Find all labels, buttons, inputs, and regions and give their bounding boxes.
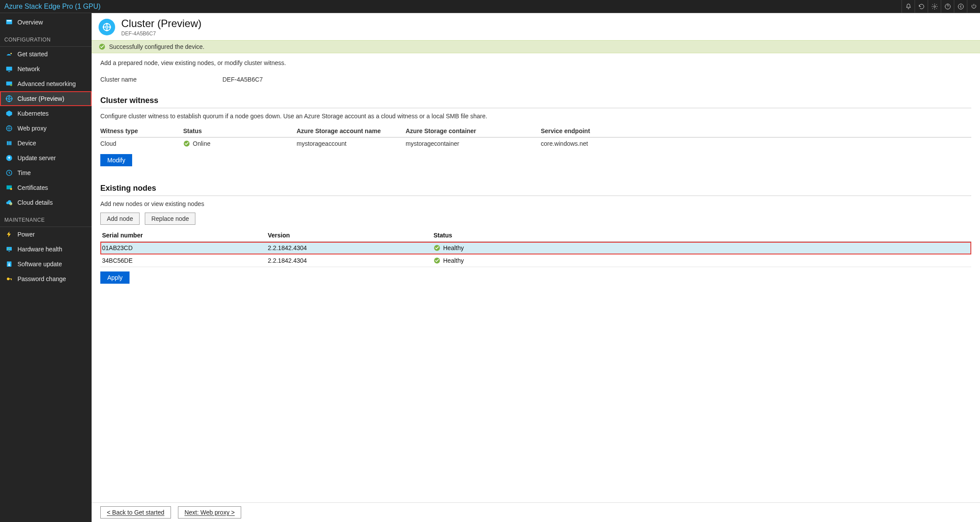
sidebar-item-label: Password change xyxy=(17,275,66,282)
witness-table: Witness type Status Azure Storage accoun… xyxy=(100,125,971,150)
sidebar-item-get-started[interactable]: Get started xyxy=(0,47,92,62)
sidebar-item-network[interactable]: Network xyxy=(0,62,92,76)
password-change-icon xyxy=(5,275,13,283)
cluster-name-row: Cluster name DEF-4A5B6C7 xyxy=(100,76,971,83)
witness-endpoint-value: core.windows.net xyxy=(541,140,971,147)
svg-rect-21 xyxy=(10,141,11,145)
node-serial: 01AB23CD xyxy=(102,244,268,251)
update-server-icon xyxy=(5,154,13,162)
advanced-networking-icon xyxy=(5,80,13,88)
witness-container-value: mystoragecontainer xyxy=(406,140,541,147)
page-title: Cluster (Preview) xyxy=(121,17,201,30)
page-subtitle: DEF-4A5B6C7 xyxy=(121,31,201,37)
svg-marker-17 xyxy=(6,110,12,117)
add-node-button[interactable]: Add node xyxy=(100,213,140,225)
svg-point-30 xyxy=(7,278,10,280)
sidebar-item-overview[interactable]: Overview xyxy=(0,15,92,30)
svg-rect-19 xyxy=(7,141,8,145)
network-icon xyxy=(5,65,13,73)
gear-icon[interactable] xyxy=(928,0,941,13)
witness-col-status: Status xyxy=(183,127,297,134)
sidebar-item-web-proxy[interactable]: Web proxy xyxy=(0,121,92,136)
main: Cluster (Preview) DEF-4A5B6C7 Successful… xyxy=(92,13,980,522)
power-icon xyxy=(5,230,13,238)
nodes-desc: Add new nodes or view existing nodes xyxy=(100,200,971,207)
time-icon xyxy=(5,169,13,177)
copyright-icon[interactable] xyxy=(954,0,967,13)
sidebar-item-device[interactable]: Device xyxy=(0,136,92,151)
sidebar-item-cluster[interactable]: Cluster (Preview) xyxy=(0,91,92,106)
software-update-icon xyxy=(5,260,13,268)
device-icon xyxy=(5,139,13,147)
apply-button[interactable]: Apply xyxy=(100,271,130,284)
witness-section-title: Cluster witness xyxy=(100,96,971,105)
success-banner: Successfully configured the device. xyxy=(92,40,980,53)
hardware-health-icon xyxy=(5,245,13,253)
table-row[interactable]: 34BC56DE2.2.1842.4304Healthy xyxy=(100,254,971,267)
sidebar-item-cloud-details[interactable]: Cloud details xyxy=(0,195,92,210)
refresh-icon[interactable] xyxy=(915,0,928,13)
sidebar-item-label: Get started xyxy=(17,51,48,58)
sidebar-item-label: Web proxy xyxy=(17,125,47,132)
sidebar-item-label: Network xyxy=(17,65,40,72)
bell-icon[interactable] xyxy=(901,0,915,13)
replace-node-button[interactable]: Replace node xyxy=(145,213,195,225)
table-row[interactable]: 01AB23CD2.2.1842.4304Healthy xyxy=(100,242,971,254)
modify-button[interactable]: Modify xyxy=(100,154,132,166)
divider xyxy=(100,196,971,196)
sidebar: Overview CONFIGURATION Get startedNetwor… xyxy=(0,13,92,522)
svg-rect-13 xyxy=(6,67,12,71)
sidebar-item-time[interactable]: Time xyxy=(0,165,92,180)
check-icon xyxy=(99,43,106,50)
svg-rect-20 xyxy=(9,141,10,145)
sidebar-item-label: Software update xyxy=(17,261,62,268)
overview-icon xyxy=(5,18,13,26)
sidebar-item-kubernetes[interactable]: Kubernetes xyxy=(0,106,92,121)
nodes-col-status: Status xyxy=(434,232,970,239)
help-icon[interactable] xyxy=(941,0,954,13)
next-link[interactable]: Next: Web proxy > xyxy=(178,506,241,519)
page-intro: Add a prepared node, view existing nodes… xyxy=(100,59,971,66)
sidebar-item-label: Certificates xyxy=(17,184,48,191)
page-header: Cluster (Preview) DEF-4A5B6C7 xyxy=(92,13,980,40)
svg-point-16 xyxy=(10,84,12,86)
back-link[interactable]: < Back to Get started xyxy=(100,506,171,519)
cluster-name-label: Cluster name xyxy=(100,76,222,83)
sidebar-item-label: Power xyxy=(17,231,35,238)
svg-rect-11 xyxy=(7,21,12,21)
sidebar-item-update-server[interactable]: Update server xyxy=(0,151,92,165)
nodes-table: Serial number Version Status 01AB23CD2.2… xyxy=(100,229,971,267)
sidebar-item-label: Update server xyxy=(17,155,56,161)
witness-desc: Configure cluster witness to establish q… xyxy=(100,113,971,120)
sidebar-item-certificates[interactable]: Certificates xyxy=(0,180,92,195)
check-icon xyxy=(183,140,190,147)
banner-text: Successfully configured the device. xyxy=(109,43,205,50)
sidebar-item-label: Time xyxy=(17,169,31,176)
witness-account-value: mystorageaccount xyxy=(297,140,406,147)
sidebar-item-label: Device xyxy=(17,140,36,147)
sidebar-item-advanced-networking[interactable]: Advanced networking xyxy=(0,76,92,91)
sidebar-item-power[interactable]: Power xyxy=(0,227,92,242)
sidebar-item-label: Advanced networking xyxy=(17,80,76,87)
node-status: Healthy xyxy=(443,257,464,264)
check-icon xyxy=(434,244,440,251)
node-status: Healthy xyxy=(443,244,464,251)
sidebar-item-password-change[interactable]: Password change xyxy=(0,271,92,286)
power-icon[interactable] xyxy=(967,0,980,13)
sidebar-item-label: Overview xyxy=(17,19,43,26)
node-serial: 34BC56DE xyxy=(102,257,268,264)
sidebar-item-label: Hardware health xyxy=(17,246,62,253)
sidebar-item-hardware-health[interactable]: Hardware health xyxy=(0,242,92,257)
cluster-icon xyxy=(99,19,115,35)
divider xyxy=(100,108,971,108)
witness-col-container: Azure Storage container xyxy=(406,127,541,134)
footer-nav: < Back to Get started Next: Web proxy > xyxy=(92,502,980,522)
svg-point-12 xyxy=(10,53,12,54)
witness-col-account: Azure Storage account name xyxy=(297,127,406,134)
sidebar-item-software-update[interactable]: Software update xyxy=(0,257,92,271)
node-version: 2.2.1842.4304 xyxy=(268,257,434,264)
sidebar-section-maintenance: MAINTENANCE xyxy=(0,210,92,227)
certificates-icon xyxy=(5,184,13,192)
node-version: 2.2.1842.4304 xyxy=(268,244,434,251)
sidebar-item-label: Cluster (Preview) xyxy=(17,95,64,102)
